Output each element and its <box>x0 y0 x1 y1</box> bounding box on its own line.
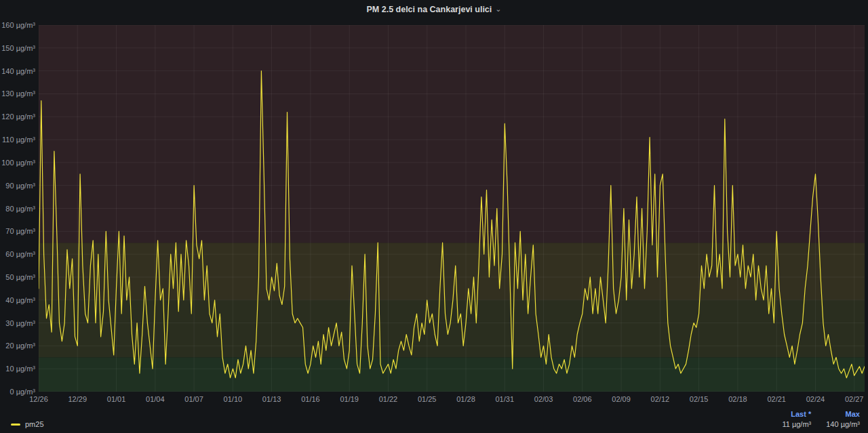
legend-stat-header-max[interactable]: Max <box>846 410 860 418</box>
x-axis-label: 02/12 <box>651 395 670 403</box>
panel-title-text: PM 2.5 delci na Cankarjevi ulici <box>366 5 492 14</box>
legend-stat-value-last: 11 µg/m³ <box>782 420 811 428</box>
x-axis-label: 02/06 <box>573 395 592 403</box>
x-axis-label: 01/31 <box>496 395 515 403</box>
y-axis-label: 50 µg/m³ <box>1 273 35 281</box>
y-axis-label: 100 µg/m³ <box>1 159 35 167</box>
x-axis-label: 02/24 <box>806 395 825 403</box>
y-axis-label: 20 µg/m³ <box>1 342 35 350</box>
x-axis-label: 01/07 <box>184 395 203 403</box>
x-axis-label: 01/01 <box>107 395 126 403</box>
panel-header: PM 2.5 delci na Cankarjevi ulici ⌄ <box>0 0 868 19</box>
y-axis-label: 40 µg/m³ <box>1 296 35 304</box>
x-axis-label: 02/15 <box>690 395 709 403</box>
chevron-down-icon: ⌄ <box>495 5 501 14</box>
x-axis-label: 01/25 <box>418 395 437 403</box>
grafana-panel: PM 2.5 delci na Cankarjevi ulici ⌄ 0 µg/… <box>0 0 868 433</box>
x-axis-label: 01/16 <box>301 395 320 403</box>
x-axis-label: 02/18 <box>728 395 747 403</box>
x-axis-label: 01/04 <box>146 395 165 403</box>
series-color-swatch <box>11 424 20 426</box>
x-axis-label: 01/13 <box>262 395 281 403</box>
y-axis-label: 140 µg/m³ <box>1 67 35 75</box>
y-axis-label: 80 µg/m³ <box>1 205 35 213</box>
y-axis-label: 90 µg/m³ <box>1 182 35 190</box>
legend-stat-value-max: 140 µg/m³ <box>826 420 860 428</box>
x-axis-label: 02/03 <box>534 395 553 403</box>
x-axis-label: 01/22 <box>379 395 398 403</box>
y-axis-label: 60 µg/m³ <box>1 250 35 258</box>
y-axis-label: 160 µg/m³ <box>1 21 35 29</box>
legend-series-label: pm25 <box>25 420 44 428</box>
x-axis-label: 02/09 <box>612 395 631 403</box>
x-axis-label: 01/10 <box>224 395 243 403</box>
legend-stats: Last * 11 µg/m³ Max 140 µg/m³ <box>782 410 860 428</box>
x-axis-label: 12/29 <box>68 395 87 403</box>
y-axis-label: 130 µg/m³ <box>1 89 35 98</box>
y-axis-label: 70 µg/m³ <box>1 227 35 235</box>
x-axis-label: 02/27 <box>845 395 864 403</box>
legend-stat-last: Last * 11 µg/m³ <box>782 410 811 428</box>
time-series-plot[interactable] <box>39 25 865 392</box>
y-axis-label: 150 µg/m³ <box>1 44 35 52</box>
panel-title[interactable]: PM 2.5 delci na Cankarjevi ulici ⌄ <box>366 5 501 14</box>
x-axis-label: 12/26 <box>29 395 48 403</box>
y-axis-label: 10 µg/m³ <box>1 365 35 373</box>
legend-stat-header-last[interactable]: Last * <box>791 410 811 418</box>
y-axis-label: 110 µg/m³ <box>1 136 35 144</box>
x-axis-label: 02/21 <box>767 395 786 403</box>
threshold-band <box>39 357 865 392</box>
x-axis-label: 01/28 <box>456 395 475 403</box>
legend-item-pm25[interactable]: pm25 <box>11 420 44 428</box>
legend-stat-max: Max 140 µg/m³ <box>826 410 860 428</box>
x-axis-label: 01/19 <box>340 395 359 403</box>
y-axis-label: 30 µg/m³ <box>1 319 35 327</box>
y-axis-label: 120 µg/m³ <box>1 112 35 121</box>
threshold-band <box>39 25 865 243</box>
